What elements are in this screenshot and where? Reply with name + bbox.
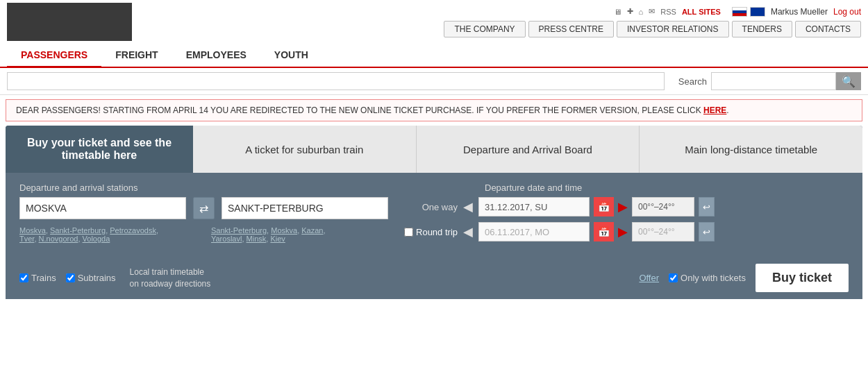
tab-departure-arrival-board[interactable]: Departure and Arrival Board [417, 126, 640, 173]
from-station-input[interactable] [19, 197, 186, 219]
search-bar: Search 🔍 [0, 68, 868, 95]
subtrains-checkbox[interactable] [66, 273, 75, 282]
nav-employees[interactable]: EMPLOYEES [172, 44, 260, 67]
only-tickets-text: Only with tickets [681, 273, 746, 283]
one-way-row: One way ◀ 📅 ▶ ↩ [402, 197, 849, 217]
only-tickets-checkbox[interactable] [669, 273, 678, 282]
arrow-right-icon1: ▶ [618, 199, 628, 214]
language-flags [732, 7, 765, 17]
home-icon[interactable]: ⌂ [639, 8, 644, 16]
search-side-input[interactable] [711, 72, 836, 90]
all-sites-link[interactable]: ALL SITES [682, 8, 721, 16]
to-suggestion-yaroslavl[interactable]: Yaroslavl [211, 235, 242, 243]
trains-checkbox-label: Trains [19, 273, 56, 283]
subtrains-checkbox-label: Subtrains [66, 273, 116, 283]
date1-prev-button[interactable]: ◀ [462, 199, 474, 214]
trains-checkbox[interactable] [19, 273, 28, 282]
arrow-right-icon2: ▶ [618, 224, 628, 239]
clock2-button[interactable]: ↩ [699, 222, 715, 241]
tabs-row: Buy your ticket and see the timetable he… [6, 126, 862, 173]
offer-link[interactable]: Offer [639, 273, 659, 283]
tab-active-line2: timetable here [27, 149, 172, 162]
bottom-row: Trains Subtrains Local train timetableon… [6, 257, 862, 299]
flag-english[interactable] [750, 7, 765, 17]
main-search-input[interactable] [7, 72, 665, 90]
station-section: ⇄ Moskva, Sankt-Peterburg, Petrozavodsk,… [19, 197, 388, 243]
content-area: Buy your ticket and see the timetable he… [6, 126, 862, 299]
plus-icon[interactable]: ✚ [627, 7, 633, 16]
from-suggestion-vologda[interactable]: Vologda [83, 235, 110, 243]
to-suggestions: Sankt-Peterburg, Moskva, Kazan, Yaroslav… [211, 226, 326, 243]
nav-the-company[interactable]: THE COMPANY [444, 21, 525, 37]
top-bar: 🖥 ✚ ⌂ ✉ RSS ALL SITES Markus Mueller Log… [0, 0, 868, 44]
to-suggestion-moskva[interactable]: Moskva [271, 226, 297, 235]
user-name: Markus Mueller [771, 7, 828, 17]
nav-freight[interactable]: FREIGHT [101, 44, 172, 67]
alert-end: . [726, 105, 728, 115]
clock1-button[interactable]: ↩ [699, 197, 715, 217]
date2-prev-button[interactable]: ◀ [462, 224, 474, 239]
subtrains-label: Subtrains [78, 273, 116, 283]
dep-arr-label: Departure and arrival stations [19, 182, 276, 193]
top-bar-icons: 🖥 ✚ ⌂ ✉ RSS ALL SITES Markus Mueller Log… [614, 7, 861, 17]
only-tickets-label: Only with tickets [669, 273, 746, 283]
trains-label: Trains [31, 273, 56, 283]
from-suggestion-moskva[interactable]: Moskva [19, 226, 46, 235]
from-suggestion-nnovgorod[interactable]: N.novgorod [39, 235, 78, 243]
nav-youth[interactable]: YOUTH [260, 44, 322, 67]
date1-calendar-button[interactable]: 📅 [594, 197, 614, 217]
round-trip-text: Round trip [416, 227, 458, 237]
tab-buy-ticket[interactable]: Buy your ticket and see the timetable he… [6, 126, 193, 173]
top-bar-right: 🖥 ✚ ⌂ ✉ RSS ALL SITES Markus Mueller Log… [132, 7, 861, 37]
from-suggestion-tver[interactable]: Tver [19, 235, 34, 243]
date2-input[interactable] [478, 222, 590, 241]
search-label: Search [678, 76, 707, 87]
round-trip-label: Round trip [402, 227, 458, 237]
calendar1-icon: 📅 [598, 201, 610, 212]
alert-text: DEAR PASSENGERS! STARTING FROM APRIL 14 … [16, 105, 703, 115]
swap-stations-button[interactable]: ⇄ [193, 197, 215, 219]
from-suggestions: Moskva, Sankt-Peterburg, Petrozavodsk, T… [19, 226, 158, 243]
tab-active-line1: Buy your ticket and see the [27, 137, 172, 149]
nav-contacts[interactable]: CONTACTS [795, 21, 861, 37]
to-suggestion-spb[interactable]: Sankt-Peterburg [211, 226, 267, 235]
dates-section: One way ◀ 📅 ▶ ↩ Round trip ◀ 📅 [402, 197, 849, 247]
to-suggestion-kazan[interactable]: Kazan [301, 226, 323, 235]
to-suggestion-kiev[interactable]: Kiev [270, 235, 285, 243]
search-button[interactable]: 🔍 [836, 72, 861, 90]
date2-calendar-button[interactable]: 📅 [594, 222, 614, 241]
to-station-input[interactable] [222, 197, 388, 219]
time1-input[interactable] [632, 197, 694, 217]
nav-press-centre[interactable]: PRESS CENTRE [528, 21, 614, 37]
nav-investor-relations[interactable]: INVESTOR RELATIONS [617, 21, 729, 37]
form-area: Departure and arrival stations Departure… [6, 173, 862, 257]
nav-passengers[interactable]: PASSENGERS [7, 44, 101, 68]
buy-ticket-button[interactable]: Buy ticket [756, 264, 849, 292]
one-way-label: One way [402, 202, 458, 212]
dep-date-label: Departure date and time [485, 182, 849, 193]
alert-here-link[interactable]: HERE [703, 105, 726, 115]
tab-long-distance-timetable[interactable]: Main long-distance timetable [640, 126, 862, 173]
nav-buttons: THE COMPANY PRESS CENTRE INVESTOR RELATI… [444, 21, 861, 37]
logo [7, 3, 132, 41]
email-icon[interactable]: ✉ [649, 7, 655, 16]
from-suggestion-petrozavodsk[interactable]: Petrozavodsk [110, 226, 156, 235]
to-suggestion-minsk[interactable]: Minsk [247, 235, 267, 243]
nav-tenders[interactable]: TENDERS [732, 21, 792, 37]
round-trip-checkbox[interactable] [404, 228, 413, 237]
calendar2-icon: 📅 [598, 226, 610, 237]
alert-banner: DEAR PASSENGERS! STARTING FROM APRIL 14 … [6, 99, 862, 121]
date1-input[interactable] [478, 197, 590, 217]
rss-icon[interactable]: RSS [660, 8, 676, 16]
flag-russian[interactable] [732, 7, 747, 17]
station-row: ⇄ [19, 197, 388, 219]
main-nav: PASSENGERS FREIGHT EMPLOYEES YOUTH [0, 44, 868, 68]
round-trip-row: Round trip ◀ 📅 ▶ ↩ [402, 222, 849, 241]
logout-link[interactable]: Log out [833, 7, 861, 17]
time2-input[interactable] [632, 222, 694, 241]
tab-suburban-train[interactable]: A ticket for suburban train [193, 126, 417, 173]
local-timetable-text: Local train timetableon roadway directio… [130, 266, 211, 290]
from-suggestion-spb[interactable]: Sankt-Peterburg [50, 226, 106, 235]
monitor-icon[interactable]: 🖥 [614, 8, 621, 16]
